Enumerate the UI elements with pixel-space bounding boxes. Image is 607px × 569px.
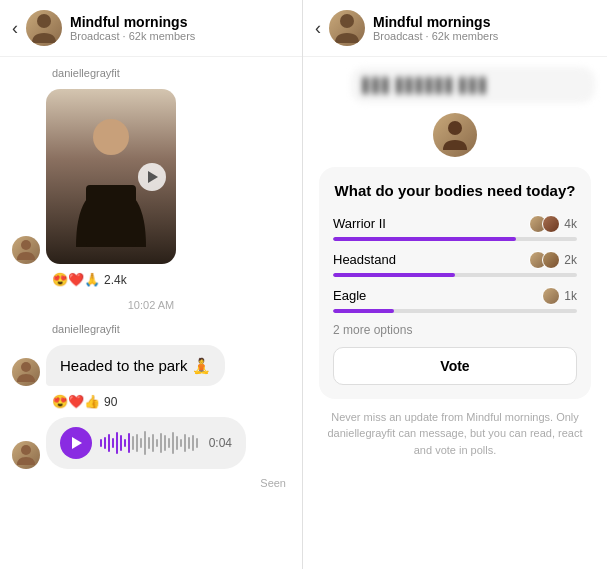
poll-option-2-meta: 2k: [529, 251, 577, 269]
poll-avatar-row: [315, 113, 595, 157]
svg-point-7: [448, 121, 462, 135]
video-bubble[interactable]: [46, 89, 176, 264]
left-header: ‹ Mindful mornings Broadcast · 62k membe…: [0, 0, 302, 57]
poll-card: What do your bodies need today? Warrior …: [319, 167, 591, 399]
seen-label: Seen: [12, 477, 290, 489]
video-reaction-count: 2.4k: [104, 273, 127, 287]
poll-option-3-label: Eagle: [333, 288, 366, 303]
audio-message-row: 0:04: [12, 417, 290, 469]
left-back-button[interactable]: ‹: [12, 18, 18, 39]
right-header: ‹ Mindful mornings Broadcast · 62k membe…: [303, 0, 607, 57]
audio-play-button[interactable]: [60, 427, 92, 459]
left-header-title: Mindful mornings: [70, 14, 290, 31]
text-reactions: 😍❤️👍 90: [52, 394, 290, 409]
poll-option-1-meta: 4k: [529, 215, 577, 233]
poll-option-3-count: 1k: [564, 289, 577, 303]
blurred-message: ▌▌▌ ▌▌▌▌▌▌ ▌▌▌: [351, 67, 595, 103]
poll-option-2: Headstand 2k: [333, 251, 577, 277]
right-chat-content: ▌▌▌ ▌▌▌▌▌▌ ▌▌▌ What do your bodies need …: [303, 57, 607, 569]
right-header-subtitle: Broadcast · 62k members: [373, 30, 595, 42]
poll-bar-1-fill: [333, 237, 516, 241]
poll-option-2-header: Headstand 2k: [333, 251, 577, 269]
poll-bar-2-fill: [333, 273, 455, 277]
poll-option-3: Eagle 1k: [333, 287, 577, 313]
poll-option-2-avatars: [529, 251, 560, 269]
video-play-button[interactable]: [138, 163, 166, 191]
time-label: 10:02 AM: [12, 299, 290, 311]
left-chat-content: daniellegrayfit: [0, 57, 302, 569]
video-sender-label: daniellegrayfit: [52, 67, 290, 79]
poll-bar-3-fill: [333, 309, 394, 313]
poll-option-3-meta: 1k: [542, 287, 577, 305]
audio-waveform: [100, 431, 201, 455]
poll-question: What do your bodies need today?: [333, 181, 577, 201]
svg-point-1: [21, 240, 31, 250]
right-header-title: Mindful mornings: [373, 14, 595, 31]
video-sender-avatar: [12, 236, 40, 264]
right-header-info: Mindful mornings Broadcast · 62k members: [373, 14, 595, 43]
poll-option-2-label: Headstand: [333, 252, 396, 267]
poll-vote-button[interactable]: Vote: [333, 347, 577, 385]
video-reactions: 😍❤️🙏 2.4k: [52, 272, 290, 287]
poll-option-1: Warrior II 4k: [333, 215, 577, 241]
video-message-row: [12, 89, 290, 264]
svg-point-5: [21, 445, 31, 455]
audio-bubble[interactable]: 0:04: [46, 417, 246, 469]
poll-option-1-avatars: [529, 215, 560, 233]
svg-point-2: [93, 119, 129, 155]
poll-bar-3-bg: [333, 309, 577, 313]
video-reaction-emojis: 😍❤️🙏: [52, 272, 100, 287]
poll-mini-avatar-1b: [542, 215, 560, 233]
right-panel: ‹ Mindful mornings Broadcast · 62k membe…: [303, 0, 607, 569]
poll-option-3-header: Eagle 1k: [333, 287, 577, 305]
right-back-button[interactable]: ‹: [315, 18, 321, 39]
svg-rect-3: [86, 185, 136, 247]
poll-option-2-count: 2k: [564, 253, 577, 267]
poll-option-3-avatars: [542, 287, 560, 305]
text-reaction-count: 90: [104, 395, 117, 409]
poll-bar-2-bg: [333, 273, 577, 277]
svg-point-0: [37, 14, 51, 28]
audio-duration: 0:04: [209, 436, 232, 450]
left-panel: ‹ Mindful mornings Broadcast · 62k membe…: [0, 0, 303, 569]
poll-option-1-count: 4k: [564, 217, 577, 231]
poll-option-1-label: Warrior II: [333, 216, 386, 231]
text-sender-avatar: [12, 358, 40, 386]
left-header-avatar: [26, 10, 62, 46]
poll-mini-avatar-2b: [542, 251, 560, 269]
poll-more-options: 2 more options: [333, 323, 577, 337]
poll-option-1-header: Warrior II 4k: [333, 215, 577, 233]
poll-mini-avatar-3a: [542, 287, 560, 305]
audio-play-icon: [72, 437, 82, 449]
poll-bar-1-bg: [333, 237, 577, 241]
play-triangle-icon: [148, 171, 158, 183]
text-bubble-content: Headed to the park 🧘: [60, 357, 211, 374]
text-reaction-emojis: 😍❤️👍: [52, 394, 100, 409]
text-sender-label: daniellegrayfit: [52, 323, 290, 335]
text-bubble: Headed to the park 🧘: [46, 345, 225, 386]
left-header-info: Mindful mornings Broadcast · 62k members: [70, 14, 290, 43]
poll-avatar: [433, 113, 477, 157]
broadcast-notice: Never miss an update from Mindful mornin…: [315, 409, 595, 467]
left-header-subtitle: Broadcast · 62k members: [70, 30, 290, 42]
audio-sender-avatar: [12, 441, 40, 469]
svg-point-4: [21, 362, 31, 372]
svg-point-6: [340, 14, 354, 28]
right-header-avatar: [329, 10, 365, 46]
text-message-row: Headed to the park 🧘: [12, 345, 290, 386]
